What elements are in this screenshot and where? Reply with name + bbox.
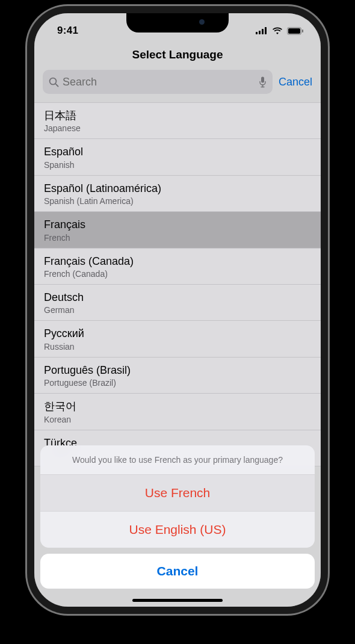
language-english-label: Portuguese (Brazil) [44, 378, 311, 388]
action-sheet-message: Would you like to use French as your pri… [40, 445, 315, 475]
action-sheet: Would you like to use French as your pri… [40, 445, 315, 589]
language-english-label: German [44, 305, 311, 315]
language-item[interactable]: Français (Canada)French (Canada) [34, 249, 321, 285]
language-english-label: French [44, 233, 311, 243]
svg-rect-6 [302, 29, 303, 33]
search-input[interactable] [63, 76, 255, 88]
language-native-label: Français (Canada) [44, 255, 311, 268]
language-english-label: Korean [44, 415, 311, 424]
notch [126, 13, 229, 33]
battery-icon [287, 27, 304, 35]
status-icons [256, 27, 304, 35]
language-list[interactable]: 日本語JapaneseEspañolSpanishEspañol (Latino… [34, 102, 321, 466]
action-sheet-cancel-button[interactable]: Cancel [40, 554, 315, 589]
status-time: 9:41 [57, 25, 78, 37]
language-english-label: Japanese [44, 123, 311, 133]
language-english-label: Russian [44, 342, 311, 351]
screen-content: Select Language Cancel 日本語JapaneseEspaño… [34, 13, 321, 607]
svg-rect-3 [265, 27, 267, 34]
language-native-label: Français [44, 218, 311, 232]
language-native-label: 한국어 [44, 400, 311, 413]
language-english-label: Spanish [44, 160, 311, 170]
page-title: Select Language [34, 48, 321, 61]
iphone-frame: 9:41 Select Language Cancel 日本語JapaneseE… [27, 6, 328, 614]
language-native-label: Español (Latinoamérica) [44, 182, 311, 196]
wifi-icon [272, 27, 283, 35]
search-row: Cancel [34, 61, 321, 99]
language-native-label: Русский [44, 327, 311, 341]
language-native-label: Español [44, 145, 311, 159]
action-sheet-group: Would you like to use French as your pri… [40, 445, 315, 548]
language-native-label: Deutsch [44, 291, 311, 305]
language-item[interactable]: 日本語Japanese [34, 103, 321, 139]
svg-rect-9 [261, 76, 264, 82]
action-sheet-option-button[interactable]: Use English (US) [40, 512, 315, 548]
language-item[interactable]: 한국어Korean [34, 394, 321, 430]
language-item[interactable]: Español (Latinoamérica)Spanish (Latin Am… [34, 176, 321, 212]
action-sheet-option-button[interactable]: Use French [40, 475, 315, 512]
language-native-label: Português (Brasil) [44, 364, 311, 377]
language-english-label: Spanish (Latin America) [44, 196, 311, 206]
home-indicator[interactable] [132, 599, 223, 602]
language-item[interactable]: РусскийRussian [34, 321, 321, 357]
language-item[interactable]: DeutschGerman [34, 285, 321, 321]
language-english-label: French (Canada) [44, 269, 311, 279]
search-field[interactable] [43, 70, 273, 94]
search-icon [49, 77, 59, 87]
svg-rect-0 [256, 32, 258, 34]
language-item[interactable]: Português (Brasil)Portuguese (Brazil) [34, 358, 321, 394]
svg-rect-5 [288, 28, 300, 34]
svg-rect-2 [262, 29, 264, 34]
cellular-icon [256, 27, 268, 34]
microphone-icon[interactable] [259, 76, 267, 88]
language-item[interactable]: FrançaisFrench [34, 212, 321, 248]
svg-line-8 [55, 84, 58, 86]
language-item[interactable]: EspañolSpanish [34, 139, 321, 175]
svg-rect-1 [259, 31, 261, 34]
language-native-label: 日本語 [44, 109, 311, 123]
search-cancel-button[interactable]: Cancel [279, 76, 312, 88]
